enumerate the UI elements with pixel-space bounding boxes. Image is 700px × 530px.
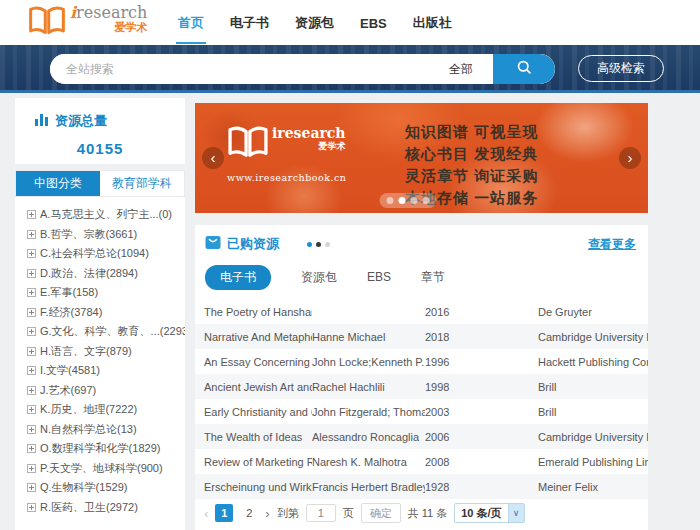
tab-clc-classification[interactable]: 中图分类 — [16, 171, 100, 196]
site-logo[interactable]: iresearch 爱学术 — [28, 5, 147, 40]
search-icon — [516, 59, 533, 79]
nav-publishers[interactable]: 出版社 — [411, 1, 454, 44]
category-label: C.社会科学总论(1094) — [40, 246, 149, 261]
nav-ebs[interactable]: EBS — [358, 3, 389, 43]
tab-resource-pack[interactable]: 资源包 — [301, 269, 337, 286]
category-item[interactable]: R.医药、卫生(2972) — [27, 498, 185, 518]
carousel-prev-button[interactable]: ‹ — [202, 147, 224, 169]
top-header: iresearch 爱学术 首页 电子书 资源包 EBS 出版社 — [0, 0, 700, 45]
nav-resource-packs[interactable]: 资源包 — [293, 1, 336, 44]
cell-title[interactable]: Erscheinung und Wirklic... — [195, 481, 312, 493]
category-item[interactable]: I.文学(4581) — [27, 361, 185, 381]
category-item[interactable]: N.自然科学总论(13) — [27, 420, 185, 440]
cell-title[interactable]: The Wealth of Ideas — [195, 431, 312, 443]
prev-page-button[interactable]: ‹ — [204, 506, 208, 521]
expand-icon[interactable] — [27, 386, 36, 395]
tab-ebook[interactable]: 电子书 — [205, 265, 271, 290]
table-row[interactable]: Early Christianity and Cla... John Fitzg… — [195, 399, 648, 424]
tab-ebs[interactable]: EBS — [367, 270, 391, 284]
expand-icon[interactable] — [27, 230, 36, 239]
category-item[interactable]: E.军事(158) — [27, 283, 185, 303]
advanced-search-button[interactable]: 高级检索 — [578, 55, 664, 82]
category-label: D.政治、法律(2894) — [40, 266, 138, 281]
category-item[interactable]: P.天文学、地球科学(900) — [27, 459, 185, 479]
goto-page-input[interactable] — [306, 504, 336, 522]
cell-title[interactable]: Narrative And Metaphor... — [195, 331, 312, 343]
category-item[interactable]: D.政治、法律(2894) — [27, 264, 185, 284]
table-row[interactable]: Review of Marketing Re... Naresh K. Malh… — [195, 449, 648, 474]
category-item[interactable]: O.数理科学和化学(1829) — [27, 439, 185, 459]
per-page-select[interactable]: 10 条/页 ∨ — [454, 503, 524, 523]
category-item[interactable]: K.历史、地理(7222) — [27, 400, 185, 420]
carousel-next-button[interactable]: › — [619, 147, 641, 169]
expand-icon[interactable] — [27, 347, 36, 356]
indicator-dot[interactable] — [325, 242, 330, 247]
cell-year: 1998 — [425, 381, 538, 393]
expand-icon[interactable] — [27, 269, 36, 278]
category-item[interactable]: A.马克思主义、列宁主...(0) — [27, 205, 185, 225]
tab-moe-discipline[interactable]: 教育部学科 — [100, 171, 184, 196]
search-button[interactable] — [493, 54, 555, 84]
table-row[interactable]: Erscheinung und Wirklic... Francis Herbe… — [195, 474, 648, 499]
purchased-indicator-dots[interactable] — [307, 242, 330, 247]
carousel-dot[interactable] — [422, 197, 429, 204]
expand-icon[interactable] — [27, 503, 36, 512]
purchased-bag-icon — [205, 235, 221, 254]
expand-icon[interactable] — [27, 210, 36, 219]
view-more-link[interactable]: 查看更多 — [588, 236, 636, 253]
table-row[interactable]: Ancient Jewish Art and A... Rachel Hachl… — [195, 374, 648, 399]
goto-confirm-button[interactable]: 确定 — [361, 503, 401, 523]
cell-author: Naresh K. Malhotra — [312, 456, 425, 468]
cell-title[interactable]: The Poetry of Hanshan (... — [195, 306, 312, 318]
table-row[interactable]: Narrative And Metaphor... Hanne Michael … — [195, 324, 648, 349]
resource-total-card: 资源总量 40155 — [15, 98, 185, 164]
expand-icon[interactable] — [27, 308, 36, 317]
carousel-dot-active[interactable] — [398, 197, 405, 204]
expand-icon[interactable] — [27, 444, 36, 453]
nav-home[interactable]: 首页 — [176, 1, 206, 44]
table-row[interactable]: An Essay Concerning Hu... John Locke;Ken… — [195, 349, 648, 374]
cell-title[interactable]: Review of Marketing Re... — [195, 456, 312, 468]
next-page-button[interactable]: › — [265, 506, 269, 521]
indicator-dot[interactable] — [316, 242, 321, 247]
category-item[interactable]: F.经济(3784) — [27, 303, 185, 323]
slogan-line: 核心书目 发现经典 — [405, 143, 538, 165]
cell-title[interactable]: Ancient Jewish Art and A... — [195, 381, 312, 393]
carousel-dots[interactable] — [379, 193, 436, 208]
category-label: J.艺术(697) — [40, 383, 96, 398]
expand-icon[interactable] — [27, 425, 36, 434]
cell-author: John Fitzgerald; Thomas... — [312, 406, 425, 418]
cell-author: Francis Herbert Bradley — [312, 481, 425, 493]
page-button-2[interactable]: 2 — [240, 504, 258, 522]
cell-title[interactable]: An Essay Concerning Hu... — [195, 356, 312, 368]
category-item[interactable]: G.文化、科学、教育、...(2293) — [27, 322, 185, 342]
expand-icon[interactable] — [27, 288, 36, 297]
category-item[interactable]: B.哲学、宗教(3661) — [27, 225, 185, 245]
expand-icon[interactable] — [27, 366, 36, 375]
banner-logo-brand: research — [277, 125, 345, 141]
category-item[interactable]: C.社会科学总论(1094) — [27, 244, 185, 264]
table-row[interactable]: The Poetry of Hanshan (... 2016 De Gruyt… — [195, 299, 648, 324]
expand-icon[interactable] — [27, 249, 36, 258]
table-row[interactable]: The Wealth of Ideas Alessandro Roncaglia… — [195, 424, 648, 449]
expand-icon[interactable] — [27, 405, 36, 414]
indicator-dot[interactable] — [307, 242, 312, 247]
carousel-dot[interactable] — [410, 197, 417, 204]
expand-icon[interactable] — [27, 464, 36, 473]
nav-ebooks[interactable]: 电子书 — [228, 1, 271, 44]
page-button-1[interactable]: 1 — [215, 504, 233, 522]
expand-icon[interactable] — [27, 483, 36, 492]
search-input[interactable] — [50, 54, 439, 84]
search-scope-dropdown[interactable]: 全部 — [439, 61, 493, 78]
category-item[interactable]: H.语言、文字(879) — [27, 342, 185, 362]
chevron-down-icon: ∨ — [508, 503, 524, 523]
page-unit-label: 页 — [343, 506, 354, 521]
cell-title[interactable]: Early Christianity and Cla... — [195, 406, 312, 418]
cell-publisher: Hackett Publishing Comp... — [538, 356, 648, 368]
cell-year: 2006 — [425, 431, 538, 443]
expand-icon[interactable] — [27, 327, 36, 336]
category-item[interactable]: Q.生物科学(1529) — [27, 478, 185, 498]
category-item[interactable]: J.艺术(697) — [27, 381, 185, 401]
carousel-dot[interactable] — [386, 197, 393, 204]
tab-chapter[interactable]: 章节 — [421, 269, 445, 286]
